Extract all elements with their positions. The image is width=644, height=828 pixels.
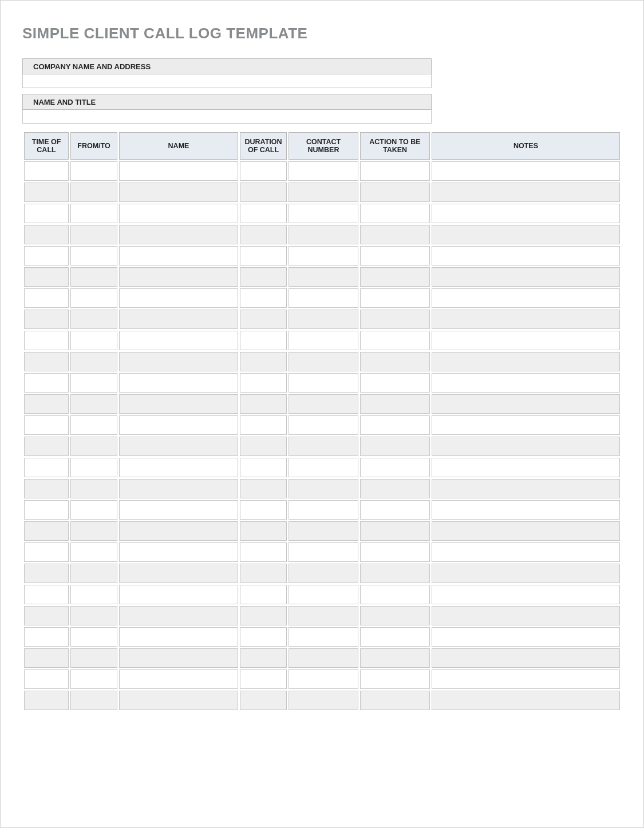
cell-notes[interactable] — [432, 310, 620, 329]
cell-time[interactable] — [24, 204, 69, 223]
cell-time[interactable] — [24, 415, 69, 435]
cell-notes[interactable] — [432, 246, 620, 266]
cell-name[interactable] — [119, 310, 238, 329]
cell-from_to[interactable] — [70, 669, 117, 689]
cell-from_to[interactable] — [70, 183, 117, 202]
cell-time[interactable] — [24, 437, 69, 456]
cell-notes[interactable] — [432, 225, 620, 244]
cell-time[interactable] — [24, 352, 69, 371]
cell-name[interactable] — [119, 606, 238, 625]
cell-duration[interactable] — [240, 394, 287, 414]
cell-action[interactable] — [360, 500, 430, 520]
cell-duration[interactable] — [240, 267, 287, 287]
cell-duration[interactable] — [240, 585, 287, 604]
cell-from_to[interactable] — [70, 458, 117, 477]
cell-duration[interactable] — [240, 288, 287, 308]
cell-duration[interactable] — [240, 415, 287, 435]
cell-from_to[interactable] — [70, 288, 117, 308]
cell-notes[interactable] — [432, 627, 620, 647]
cell-notes[interactable] — [432, 204, 620, 223]
cell-action[interactable] — [360, 267, 430, 287]
cell-from_to[interactable] — [70, 500, 117, 520]
cell-time[interactable] — [24, 161, 69, 181]
cell-action[interactable] — [360, 204, 430, 223]
cell-duration[interactable] — [240, 606, 287, 625]
cell-action[interactable] — [360, 564, 430, 583]
cell-notes[interactable] — [432, 394, 620, 414]
cell-from_to[interactable] — [70, 542, 117, 562]
cell-contact[interactable] — [289, 669, 358, 689]
cell-name[interactable] — [119, 691, 238, 710]
cell-duration[interactable] — [240, 521, 287, 541]
cell-duration[interactable] — [240, 204, 287, 223]
cell-contact[interactable] — [289, 204, 358, 223]
cell-notes[interactable] — [432, 352, 620, 371]
cell-action[interactable] — [360, 183, 430, 202]
cell-contact[interactable] — [289, 437, 358, 456]
cell-action[interactable] — [360, 669, 430, 689]
cell-action[interactable] — [360, 542, 430, 562]
cell-action[interactable] — [360, 606, 430, 625]
cell-from_to[interactable] — [70, 246, 117, 266]
cell-name[interactable] — [119, 288, 238, 308]
cell-action[interactable] — [360, 691, 430, 710]
cell-contact[interactable] — [289, 648, 358, 668]
cell-duration[interactable] — [240, 352, 287, 371]
cell-contact[interactable] — [289, 500, 358, 520]
cell-time[interactable] — [24, 310, 69, 329]
cell-time[interactable] — [24, 564, 69, 583]
cell-contact[interactable] — [289, 225, 358, 244]
cell-contact[interactable] — [289, 585, 358, 604]
cell-from_to[interactable] — [70, 394, 117, 414]
cell-duration[interactable] — [240, 437, 287, 456]
cell-contact[interactable] — [289, 161, 358, 181]
cell-notes[interactable] — [432, 691, 620, 710]
cell-from_to[interactable] — [70, 267, 117, 287]
cell-from_to[interactable] — [70, 437, 117, 456]
cell-time[interactable] — [24, 288, 69, 308]
cell-time[interactable] — [24, 627, 69, 647]
cell-notes[interactable] — [432, 479, 620, 498]
cell-name[interactable] — [119, 627, 238, 647]
cell-notes[interactable] — [432, 564, 620, 583]
cell-name[interactable] — [119, 394, 238, 414]
cell-time[interactable] — [24, 669, 69, 689]
cell-action[interactable] — [360, 479, 430, 498]
cell-name[interactable] — [119, 331, 238, 350]
cell-contact[interactable] — [289, 352, 358, 371]
cell-action[interactable] — [360, 288, 430, 308]
cell-from_to[interactable] — [70, 204, 117, 223]
cell-name[interactable] — [119, 564, 238, 583]
cell-notes[interactable] — [432, 331, 620, 350]
cell-time[interactable] — [24, 458, 69, 477]
cell-time[interactable] — [24, 479, 69, 498]
cell-time[interactable] — [24, 542, 69, 562]
cell-action[interactable] — [360, 521, 430, 541]
cell-from_to[interactable] — [70, 564, 117, 583]
cell-action[interactable] — [360, 373, 430, 393]
cell-time[interactable] — [24, 267, 69, 287]
cell-notes[interactable] — [432, 267, 620, 287]
cell-notes[interactable] — [432, 437, 620, 456]
cell-duration[interactable] — [240, 458, 287, 477]
cell-action[interactable] — [360, 648, 430, 668]
cell-name[interactable] — [119, 373, 238, 393]
cell-notes[interactable] — [432, 373, 620, 393]
cell-action[interactable] — [360, 437, 430, 456]
cell-action[interactable] — [360, 225, 430, 244]
cell-duration[interactable] — [240, 373, 287, 393]
cell-action[interactable] — [360, 246, 430, 266]
cell-from_to[interactable] — [70, 331, 117, 350]
cell-duration[interactable] — [240, 564, 287, 583]
cell-from_to[interactable] — [70, 479, 117, 498]
cell-contact[interactable] — [289, 394, 358, 414]
cell-duration[interactable] — [240, 627, 287, 647]
cell-contact[interactable] — [289, 564, 358, 583]
cell-from_to[interactable] — [70, 606, 117, 625]
cell-duration[interactable] — [240, 331, 287, 350]
company-input[interactable] — [22, 74, 432, 88]
cell-contact[interactable] — [289, 288, 358, 308]
cell-contact[interactable] — [289, 183, 358, 202]
cell-time[interactable] — [24, 394, 69, 414]
cell-name[interactable] — [119, 585, 238, 604]
